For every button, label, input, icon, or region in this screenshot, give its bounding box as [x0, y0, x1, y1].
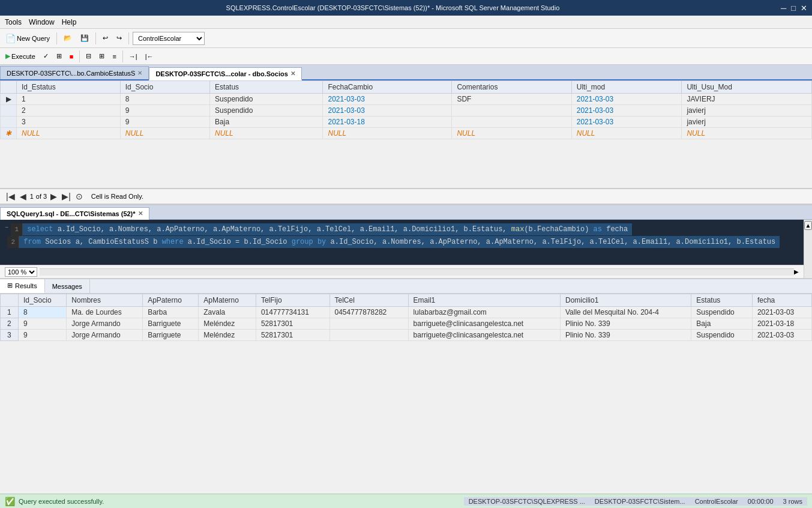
check-button[interactable]: ✓ — [40, 50, 52, 62]
text-button[interactable]: ≡ — [109, 51, 119, 62]
table-row-new[interactable]: ✱ NULL NULL NULL NULL NULL NULL NULL — [1, 128, 812, 139]
results-cell-id-1[interactable]: 8 — [18, 307, 66, 318]
scrollbar-h[interactable] — [40, 268, 794, 276]
results-row-3[interactable]: 3 9 Jorge Armando Barriguete Meléndez 52… — [1, 330, 812, 341]
cell-fecha-cambio-3[interactable]: 2021-03-18 — [323, 116, 452, 128]
results-cell-tel-fijo-3[interactable]: 52817301 — [256, 330, 329, 341]
results-cell-estatus-2[interactable]: Baja — [691, 318, 753, 330]
cell-id-socio-3[interactable]: 9 — [120, 116, 209, 128]
grid-button[interactable]: ⊞ — [96, 50, 107, 62]
prev-page-button[interactable]: ◀ — [19, 192, 28, 201]
first-page-button[interactable]: |◀ — [5, 192, 16, 201]
cell-estatus-1[interactable]: Suspendido — [210, 94, 323, 105]
cell-null-6[interactable]: NULL — [571, 128, 682, 139]
collapse-icon[interactable]: − — [5, 223, 8, 232]
cell-fecha-cambio-1[interactable]: 2021-03-03 — [323, 94, 452, 105]
database-dropdown[interactable]: ControlEscolar — [133, 32, 205, 45]
cell-comentarios-2[interactable] — [452, 105, 571, 116]
outdent-button[interactable]: |← — [142, 51, 157, 62]
results-cell-tel-cel-1[interactable]: 0454777878282 — [329, 307, 408, 318]
undo-button[interactable]: ↩ — [100, 32, 111, 44]
cell-null-3[interactable]: NULL — [210, 128, 323, 139]
results-cell-ap-materno-1[interactable]: Zavala — [199, 307, 256, 318]
cell-comentarios-1[interactable]: SDF — [452, 94, 571, 105]
results-cell-fecha-2[interactable]: 2021-03-18 — [752, 318, 811, 330]
cell-ulti-mod-3[interactable]: 2021-03-03 — [571, 116, 682, 128]
tab-close-socios[interactable]: ✕ — [290, 70, 295, 77]
query-tab-close[interactable]: ✕ — [138, 210, 143, 217]
cell-id-estatus-1[interactable]: 1 — [17, 94, 121, 105]
parse-button[interactable]: ⊞ — [53, 50, 65, 62]
refresh-button[interactable]: ⊙ — [74, 192, 84, 201]
results-tab[interactable]: ⊞ Results — [0, 279, 45, 293]
cell-estatus-2[interactable]: Suspendido — [210, 105, 323, 116]
cell-ulti-usu-mod-3[interactable]: javierj — [682, 116, 812, 128]
table-row[interactable]: 2 9 Suspendido 2021-03-03 2021-03-03 jav… — [1, 105, 812, 116]
maximize-button[interactable]: □ — [791, 4, 796, 13]
cell-fecha-cambio-2[interactable]: 2021-03-03 — [323, 105, 452, 116]
results-cell-estatus-3[interactable]: Suspendido — [691, 330, 753, 341]
cell-id-estatus-2[interactable]: 2 — [17, 105, 121, 116]
cell-null-5[interactable]: NULL — [452, 128, 571, 139]
results-cell-ap-paterno-1[interactable]: Barba — [143, 307, 199, 318]
results-cell-email1-2[interactable]: barriguete@clinicasangelestca.net — [408, 318, 560, 330]
cell-ulti-usu-mod-2[interactable]: javierj — [682, 105, 812, 116]
query-editor-tab[interactable]: SQLQuery1.sql - DE...CTC\Sistemas (52)* … — [0, 207, 149, 220]
tab-socios[interactable]: DESKTOP-03SFCTC\S...colar - dbo.Socios ✕ — [149, 67, 301, 80]
cell-null-1[interactable]: NULL — [17, 128, 121, 139]
scroll-right-btn[interactable]: ▶ — [794, 268, 799, 275]
results-cell-domicilio1-2[interactable]: Plinio No. 339 — [560, 318, 691, 330]
cell-null-7[interactable]: NULL — [682, 128, 812, 139]
query-editor[interactable]: − 1 select a.Id_Socio, a.Nombres, a.ApPa… — [0, 220, 804, 265]
results-cell-nombres-2[interactable]: Jorge Armando — [67, 318, 143, 330]
results-cell-tel-fijo-2[interactable]: 52817301 — [256, 318, 329, 330]
results-cell-domicilio1-3[interactable]: Plinio No. 339 — [560, 330, 691, 341]
save-button[interactable]: 💾 — [77, 32, 92, 44]
results-cell-domicilio1-1[interactable]: Valle del Mesquital No. 204-4 — [560, 307, 691, 318]
table-row[interactable]: ▶ 1 8 Suspendido 2021-03-03 SDF 2021-03-… — [1, 94, 812, 105]
redo-button[interactable]: ↪ — [113, 32, 125, 44]
results-cell-fecha-3[interactable]: 2021-03-03 — [752, 330, 811, 341]
menu-window[interactable]: Window — [29, 18, 55, 26]
results-row-2[interactable]: 2 9 Jorge Armando Barriguete Meléndez 52… — [1, 318, 812, 330]
results-cell-id-2[interactable]: 9 — [18, 318, 66, 330]
results-cell-nombres-1[interactable]: Ma. de Lourdes — [67, 307, 143, 318]
cell-id-estatus-3[interactable]: 3 — [17, 116, 121, 128]
tab-cambio-estatus[interactable]: DESKTOP-03SFCTC\...bo.CambioEstatusS ✕ — [0, 66, 149, 79]
results-cell-email1-1[interactable]: lulabarbaz@gmail.com — [408, 307, 560, 318]
minimize-button[interactable]: ─ — [781, 4, 786, 13]
tab-close-cambio[interactable]: ✕ — [137, 70, 142, 76]
cell-ulti-mod-2[interactable]: 2021-03-03 — [571, 105, 682, 116]
cell-comentarios-3[interactable] — [452, 116, 571, 128]
cell-ulti-usu-mod-1[interactable]: JAVIERJ — [682, 94, 812, 105]
indent-button[interactable]: →| — [126, 51, 140, 62]
results-cell-ap-materno-3[interactable]: Meléndez — [199, 330, 256, 341]
results-cell-tel-cel-2[interactable] — [329, 318, 408, 330]
cell-id-socio-1[interactable]: 8 — [120, 94, 209, 105]
results-button[interactable]: ⊟ — [83, 50, 94, 62]
cell-estatus-3[interactable]: Baja — [210, 116, 323, 128]
results-cell-nombres-3[interactable]: Jorge Armando — [67, 330, 143, 341]
results-cell-ap-materno-2[interactable]: Meléndez — [199, 318, 256, 330]
results-cell-email1-3[interactable]: barriguete@clinicasangelestca.net — [408, 330, 560, 341]
cell-id-socio-2[interactable]: 9 — [120, 105, 209, 116]
stop-button[interactable]: ■ — [67, 51, 77, 62]
scroll-top-button[interactable]: ▲ — [804, 221, 812, 230]
results-cell-ap-paterno-3[interactable]: Barriguete — [143, 330, 199, 341]
results-cell-tel-cel-3[interactable] — [329, 330, 408, 341]
execute-button[interactable]: ▶ Execute — [2, 50, 38, 62]
results-cell-ap-paterno-2[interactable]: Barriguete — [143, 318, 199, 330]
zoom-select[interactable]: 100 % — [5, 267, 37, 277]
results-cell-estatus-1[interactable]: Suspendido — [691, 307, 753, 318]
messages-tab[interactable]: Messages — [45, 279, 90, 293]
cell-ulti-mod-1[interactable]: 2021-03-03 — [571, 94, 682, 105]
cell-null-4[interactable]: NULL — [323, 128, 452, 139]
results-cell-fecha-1[interactable]: 2021-03-03 — [752, 307, 811, 318]
results-row-1[interactable]: 1 8 Ma. de Lourdes Barba Zavala 01477773… — [1, 307, 812, 318]
cell-null-2[interactable]: NULL — [120, 128, 209, 139]
open-button[interactable]: 📂 — [61, 32, 75, 44]
new-query-button[interactable]: 📄 New Query — [2, 32, 53, 45]
results-cell-tel-fijo-1[interactable]: 014777734131 — [256, 307, 329, 318]
close-button[interactable]: ✕ — [801, 4, 807, 13]
next-page-button[interactable]: ▶ — [49, 192, 58, 201]
